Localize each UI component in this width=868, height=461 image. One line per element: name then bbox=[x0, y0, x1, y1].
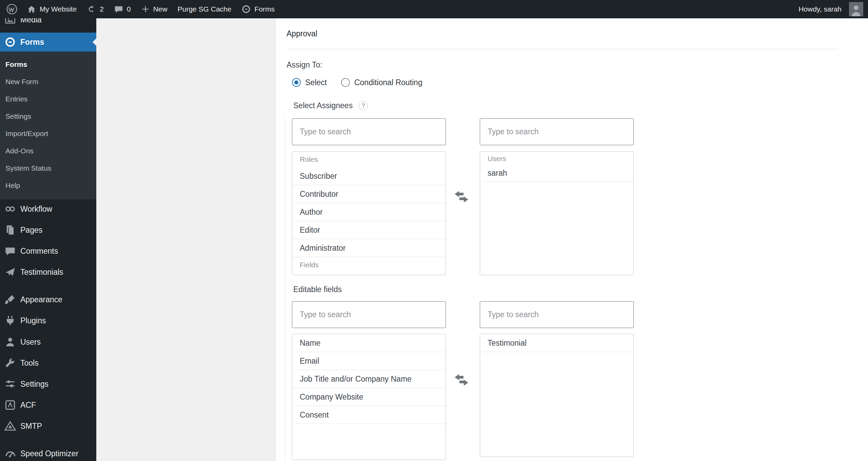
sidebar-item-users[interactable]: Users bbox=[0, 331, 96, 352]
my-account-menu[interactable]: Howdy, sarah bbox=[798, 0, 863, 18]
submenu-item-entries[interactable]: Entries bbox=[0, 90, 96, 108]
transfer-arrows-icon[interactable] bbox=[452, 189, 471, 204]
list-item[interactable]: Job Title and/or Company Name bbox=[292, 370, 446, 388]
radio-conditional-routing[interactable] bbox=[341, 78, 350, 87]
list-item[interactable]: Subscriber bbox=[292, 167, 446, 185]
select-assignees-label: Select Assignees bbox=[293, 101, 353, 110]
wordpress-menu[interactable] bbox=[0, 0, 22, 18]
list-item[interactable]: Author bbox=[292, 203, 446, 221]
radio-select-label[interactable]: Select bbox=[305, 78, 327, 87]
editable-fields-label: Editable fields bbox=[293, 285, 342, 294]
list-item[interactable]: sarah bbox=[480, 165, 633, 181]
purge-sg-cache-menu[interactable]: Purge SG Cache bbox=[173, 0, 237, 18]
submenu-item-new-form[interactable]: New Form bbox=[0, 73, 96, 90]
sidebar-item-label: SMTP bbox=[20, 422, 42, 431]
panel-title: Approval bbox=[276, 18, 868, 49]
site-name-menu[interactable]: My Website bbox=[22, 0, 82, 18]
sidebar-item-label: Plugins bbox=[20, 316, 46, 325]
forms-toolbar-menu[interactable]: Forms bbox=[236, 0, 280, 18]
assignees-available-list[interactable]: Roles Subscriber Contributor Author Edit… bbox=[292, 151, 446, 275]
list-item[interactable]: Consent bbox=[292, 406, 446, 424]
new-content-menu[interactable]: New bbox=[136, 0, 173, 18]
sidebar-item-speed-optimizer[interactable]: Speed Optimizer bbox=[0, 443, 96, 461]
forms-submenu: Forms New Form Entries Settings Import/E… bbox=[0, 52, 96, 199]
new-label: New bbox=[153, 5, 167, 13]
list-item[interactable]: Company Website bbox=[292, 388, 446, 406]
radio-select[interactable] bbox=[292, 78, 301, 87]
updates-menu[interactable]: 2 bbox=[82, 0, 109, 18]
sidebar-item-label: Settings bbox=[20, 380, 48, 389]
site-name-label: My Website bbox=[40, 5, 77, 13]
submenu-item-import-export[interactable]: Import/Export bbox=[0, 125, 96, 142]
comments-icon bbox=[114, 4, 123, 14]
sidebar-item-pages[interactable]: Pages bbox=[0, 219, 96, 241]
wordpress-logo-icon bbox=[6, 3, 18, 15]
editable-selected-search-input[interactable] bbox=[480, 301, 634, 328]
approval-step-panel: Approval Assign To: Select Conditional R… bbox=[275, 18, 868, 461]
admin-bar: My Website 2 0 New Purge SG Cache Forms … bbox=[0, 0, 868, 18]
submenu-item-settings[interactable]: Settings bbox=[0, 108, 96, 125]
sidebar-item-plugins[interactable]: Plugins bbox=[0, 310, 96, 331]
sidebar-item-label: Workflow bbox=[20, 205, 52, 214]
select-assignees-row: Select Assignees ? bbox=[293, 101, 368, 110]
sidebar-item-label: Comments bbox=[20, 247, 58, 256]
submenu-item-forms[interactable]: Forms bbox=[0, 56, 96, 73]
list-group-header-users: Users bbox=[480, 152, 633, 165]
howdy-label: Howdy, sarah bbox=[798, 5, 842, 13]
forms-icon bbox=[0, 36, 20, 48]
list-item[interactable]: Email bbox=[292, 352, 446, 370]
smtp-icon bbox=[0, 420, 20, 432]
help-icon[interactable]: ? bbox=[359, 101, 368, 110]
comments-icon bbox=[0, 245, 20, 257]
purge-sg-cache-label: Purge SG Cache bbox=[178, 5, 232, 13]
list-group-header-fields: Fields bbox=[292, 257, 446, 273]
editable-available-list[interactable]: Name Email Job Title and/or Company Name… bbox=[292, 334, 446, 460]
list-item[interactable]: Name bbox=[292, 334, 446, 352]
sidebar-item-label: Users bbox=[20, 338, 41, 347]
sidebar-item-workflow[interactable]: Workflow bbox=[0, 198, 96, 219]
assignees-selected-search-input[interactable] bbox=[480, 118, 634, 145]
appearance-icon bbox=[0, 294, 20, 305]
plus-icon bbox=[141, 5, 150, 14]
home-icon bbox=[27, 4, 36, 14]
sidebar-item-testimonials[interactable]: Testimonials bbox=[0, 262, 96, 283]
editable-selected-list[interactable]: Testimonial bbox=[480, 334, 634, 457]
sidebar-item-label: Tools bbox=[20, 359, 39, 368]
assignees-selected-list[interactable]: Users sarah bbox=[480, 151, 634, 275]
list-item[interactable]: Contributor bbox=[292, 185, 446, 203]
sidebar-item-label: Speed Optimizer bbox=[20, 449, 78, 458]
avatar bbox=[849, 2, 863, 16]
sidebar-item-appearance[interactable]: Appearance bbox=[0, 289, 96, 310]
list-item[interactable]: Testimonial bbox=[480, 334, 633, 352]
assignees-available-search-input[interactable] bbox=[292, 118, 446, 145]
sidebar-item-acf[interactable]: ACF bbox=[0, 395, 96, 416]
submenu-item-add-ons[interactable]: Add-Ons bbox=[0, 142, 96, 159]
list-item[interactable]: Administrator bbox=[292, 239, 446, 257]
comment-count: 0 bbox=[127, 5, 131, 13]
sidebar-item-forms[interactable]: Forms bbox=[0, 33, 96, 52]
sidebar-item-smtp[interactable]: SMTP bbox=[0, 416, 96, 437]
users-icon bbox=[0, 336, 20, 348]
list-item[interactable]: Editor bbox=[292, 221, 446, 239]
speed-optimizer-icon bbox=[0, 448, 20, 459]
sidebar-item-comments[interactable]: Comments bbox=[0, 241, 96, 262]
forms-toolbar-label: Forms bbox=[254, 5, 275, 13]
update-count: 2 bbox=[100, 5, 104, 13]
comments-menu[interactable]: 0 bbox=[109, 0, 136, 18]
divider bbox=[287, 49, 838, 49]
editable-available-search-input[interactable] bbox=[292, 301, 446, 328]
sidebar-item-label: ACF bbox=[20, 401, 36, 410]
submenu-item-help[interactable]: Help bbox=[0, 177, 96, 194]
radio-conditional-routing-label[interactable]: Conditional Routing bbox=[354, 78, 422, 87]
sidebar-item-label: Pages bbox=[20, 226, 42, 235]
settings-sliders-icon bbox=[0, 378, 20, 390]
admin-sidebar: Media Forms Forms New Form Entries Setti… bbox=[0, 0, 96, 461]
acf-icon bbox=[0, 399, 20, 411]
sidebar-item-tools[interactable]: Tools bbox=[0, 352, 96, 373]
sidebar-item-settings[interactable]: Settings bbox=[0, 373, 96, 395]
workflow-icon bbox=[0, 203, 20, 215]
submenu-item-system-status[interactable]: System Status bbox=[0, 159, 96, 177]
transfer-arrows-icon[interactable] bbox=[452, 372, 471, 387]
plugins-icon bbox=[0, 315, 20, 326]
testimonials-icon bbox=[0, 266, 20, 278]
